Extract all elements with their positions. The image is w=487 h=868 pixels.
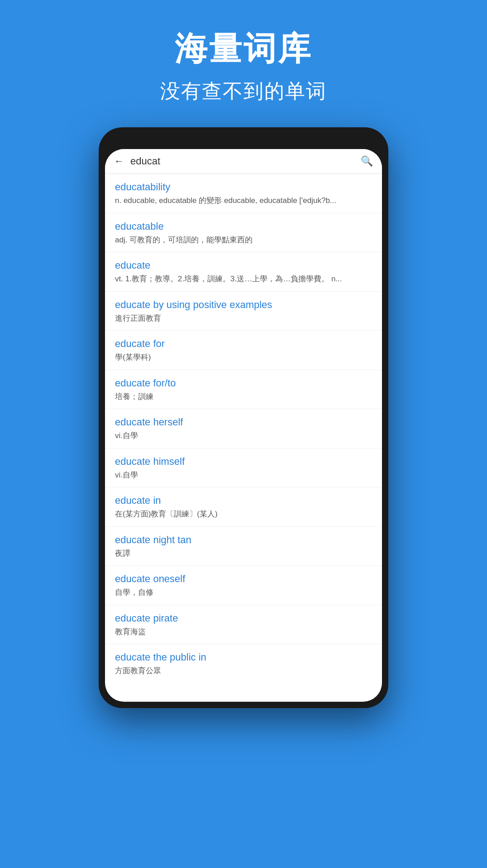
word-desc: 自學，自修 [115, 587, 372, 598]
list-item[interactable]: educate oneself自學，自修 [105, 566, 382, 605]
word-desc: vi.自學 [115, 469, 372, 481]
word-title: educate the public in [115, 651, 372, 663]
word-desc: adj. 可教育的，可培訓的，能學點東西的 [115, 234, 372, 246]
header-subtitle: 没有查不到的单词 [160, 78, 327, 105]
list-item[interactable]: educatevt. 1.教育；教導。2.培養，訓練。3.送…上學，為…負擔學費… [105, 252, 382, 292]
list-item[interactable]: educate herselfvi.自學 [105, 409, 382, 448]
word-list: educatabilityn. educable, educatable 的變形… [105, 174, 382, 683]
word-title: educate oneself [115, 573, 372, 585]
word-title: educate pirate [115, 612, 372, 624]
word-desc: vi.自學 [115, 430, 372, 442]
word-title: educate night tan [115, 534, 372, 546]
word-desc: 進行正面教育 [115, 313, 372, 324]
word-title: educatable [115, 221, 372, 232]
word-title: educate by using positive examples [115, 299, 372, 311]
word-desc: 夜譚 [115, 548, 372, 559]
word-desc: 方面教育公眾 [115, 665, 372, 677]
phone-mockup: ← educat 🔍 educatabilityn. educable, edu… [99, 127, 388, 708]
word-desc: 在(某方面)教育〔訓練〕(某人) [115, 508, 372, 520]
list-item[interactable]: educate night tan夜譚 [105, 527, 382, 566]
word-title: educate himself [115, 456, 372, 468]
list-item[interactable]: educatableadj. 可教育的，可培訓的，能學點東西的 [105, 213, 382, 253]
back-button[interactable]: ← [114, 155, 124, 167]
word-title: educate in [115, 495, 372, 506]
phone-screen: ← educat 🔍 educatabilityn. educable, edu… [105, 149, 382, 702]
word-desc: 教育海盜 [115, 626, 372, 638]
list-item[interactable]: educate pirate教育海盜 [105, 605, 382, 645]
list-item[interactable]: educatabilityn. educable, educatable 的變形… [105, 174, 382, 213]
phone-notch [212, 135, 275, 145]
search-icon[interactable]: 🔍 [361, 155, 373, 167]
search-bar: ← educat 🔍 [105, 149, 382, 174]
word-title: educate herself [115, 416, 372, 428]
notch-bar [105, 134, 382, 146]
word-desc: 培養；訓練 [115, 391, 372, 403]
list-item[interactable]: educate the public in方面教育公眾 [105, 644, 382, 683]
word-title: educate [115, 260, 372, 271]
header-title: 海量词库 [160, 27, 327, 71]
word-title: educatability [115, 181, 372, 193]
page-header: 海量词库 没有查不到的单词 [142, 0, 345, 118]
list-item[interactable]: educate for學(某學科) [105, 331, 382, 370]
word-desc: n. educable, educatable 的變形 educable, ed… [115, 195, 372, 207]
word-title: educate for/to [115, 377, 372, 389]
word-desc: 學(某學科) [115, 352, 372, 363]
list-item[interactable]: educate by using positive examples進行正面教育 [105, 292, 382, 331]
list-item[interactable]: educate himselfvi.自學 [105, 448, 382, 488]
list-item[interactable]: educate in在(某方面)教育〔訓練〕(某人) [105, 487, 382, 527]
search-input[interactable]: educat [130, 155, 361, 167]
word-title: educate for [115, 338, 372, 350]
word-desc: vt. 1.教育；教導。2.培養，訓練。3.送…上學，為…負擔學費。 n... [115, 273, 372, 285]
phone-frame: ← educat 🔍 educatabilityn. educable, edu… [99, 127, 388, 708]
list-item[interactable]: educate for/to培養；訓練 [105, 370, 382, 410]
